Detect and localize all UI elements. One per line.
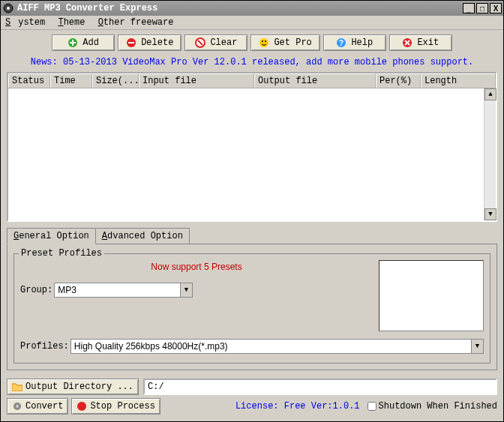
chevron-down-icon: ▼ (471, 340, 483, 353)
delete-icon (126, 37, 136, 48)
titlebar: AIFF MP3 Converter Express _ □ X (1, 1, 503, 16)
col-size[interactable]: Size(... (92, 73, 139, 88)
clear-icon (195, 37, 206, 48)
menu-other-freeware[interactable]: Other freeware (98, 17, 174, 28)
output-dir-label: Output Directory ... (26, 382, 134, 392)
exit-label: Exit (417, 37, 439, 48)
maximize-button[interactable]: □ (476, 3, 488, 13)
col-output[interactable]: Output file (254, 73, 376, 88)
menu-theme[interactable]: Theme (58, 17, 85, 28)
profiles-value: High Quality 256kbps 48000Hz(*.mp3) (71, 340, 471, 353)
preset-profiles-group: Preset Profiles Now support 5 Presets Gr… (14, 253, 490, 364)
convert-label: Convert (26, 401, 63, 412)
group-value: MP3 (55, 283, 180, 297)
chevron-down-icon: ▼ (180, 283, 192, 297)
help-label: Help (351, 37, 373, 48)
news-banner[interactable]: News: 05-13-2013 VideoMax Pro Ver 12.0.1… (1, 55, 503, 72)
option-tabs: General Option Advanced Option (7, 228, 497, 244)
col-time[interactable]: Time (50, 73, 92, 88)
help-button[interactable]: ? Help (323, 34, 386, 51)
add-button[interactable]: Add (52, 34, 115, 51)
group-select[interactable]: MP3 ▼ (54, 283, 193, 298)
plus-icon (68, 37, 78, 48)
shutdown-label: Shutdown When Finished (379, 401, 497, 412)
svg-point-13 (77, 402, 86, 411)
tab-panel-general: Preset Profiles Now support 5 Presets Gr… (7, 244, 497, 370)
window-title: AIFF MP3 Converter Express (17, 3, 461, 13)
svg-point-1 (7, 7, 10, 10)
svg-point-7 (265, 40, 266, 42)
gear-icon (12, 401, 22, 412)
tab-general[interactable]: General Option (7, 228, 96, 244)
preset-legend: Preset Profiles (19, 248, 104, 259)
add-label: Add (82, 37, 99, 48)
app-icon (2, 2, 14, 14)
folder-icon (12, 382, 22, 391)
help-icon: ? (336, 37, 346, 48)
license-text: License: Free Ver:1.0.1 (236, 401, 360, 412)
stop-label: Stop Process (90, 401, 154, 412)
smiley-icon (259, 37, 269, 48)
scroll-down-icon[interactable]: ▼ (484, 208, 496, 220)
svg-point-6 (262, 40, 263, 42)
preset-support-text: Now support 5 Presets (20, 260, 373, 280)
col-length[interactable]: Length (421, 73, 496, 88)
delete-label: Delete (141, 37, 173, 48)
output-dir-row: Output Directory ... C:/ (7, 379, 497, 395)
shutdown-checkbox[interactable]: Shutdown When Finished (368, 401, 497, 412)
exit-button[interactable]: Exit (389, 34, 452, 51)
scrollbar[interactable]: ▲ ▼ (484, 88, 496, 220)
svg-text:?: ? (339, 39, 344, 47)
toolbar: Add Delete Clear Get Pro ? Help Exit (1, 30, 503, 55)
shutdown-check-input[interactable] (368, 402, 376, 411)
getpro-label: Get Pro (274, 37, 311, 48)
table-header: Status Time Size(... Input file Output f… (8, 73, 496, 88)
output-directory-button[interactable]: Output Directory ... (7, 379, 139, 395)
convert-button[interactable]: Convert (7, 398, 68, 415)
group-label: Group: (20, 285, 52, 295)
statusbar: Convert Stop Process License: Free Ver:1… (7, 398, 497, 415)
file-table: Status Time Size(... Input file Output f… (7, 72, 497, 222)
menubar: System Theme Other freeware (1, 16, 503, 30)
stop-icon (76, 401, 87, 412)
profiles-select[interactable]: High Quality 256kbps 48000Hz(*.mp3) ▼ (70, 339, 484, 354)
svg-point-5 (260, 38, 268, 47)
profiles-label: Profiles: (20, 341, 69, 352)
preset-preview-box (379, 260, 484, 331)
clear-label: Clear (210, 37, 237, 48)
minimize-button[interactable]: _ (463, 3, 475, 13)
clear-button[interactable]: Clear (184, 34, 248, 51)
col-status[interactable]: Status (8, 73, 50, 88)
tab-advanced[interactable]: Advanced Option (95, 228, 190, 244)
col-input[interactable]: Input file (139, 73, 254, 88)
getpro-button[interactable]: Get Pro (250, 34, 320, 51)
scroll-up-icon[interactable]: ▲ (484, 88, 496, 100)
svg-point-12 (16, 405, 19, 408)
menu-system[interactable]: System (5, 17, 45, 28)
output-path-input[interactable]: C:/ (143, 379, 497, 395)
exit-icon (402, 37, 412, 48)
close-button[interactable]: X (490, 3, 502, 13)
delete-button[interactable]: Delete (118, 34, 182, 51)
stop-button[interactable]: Stop Process (71, 398, 160, 415)
col-per[interactable]: Per(%) (376, 73, 421, 88)
